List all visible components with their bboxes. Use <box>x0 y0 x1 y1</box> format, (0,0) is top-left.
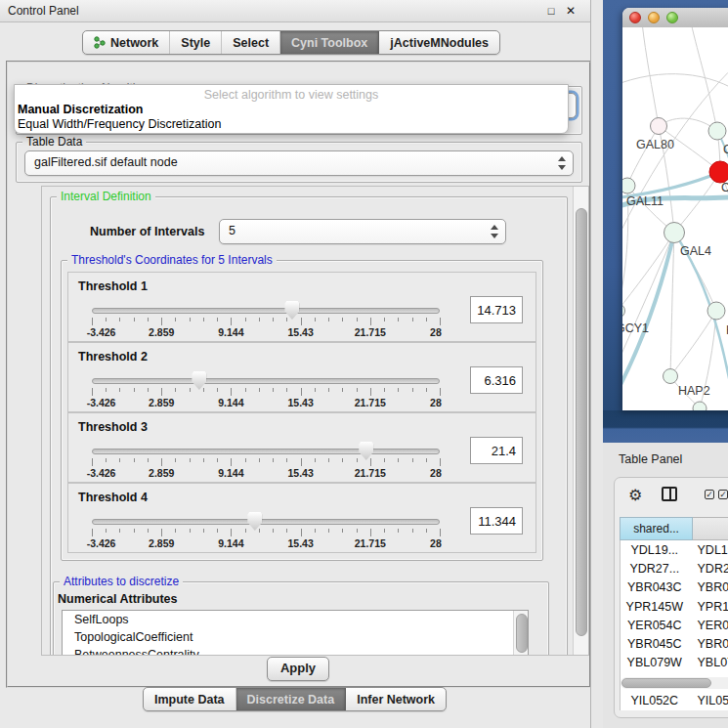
tab-style[interactable]: Style <box>170 31 222 54</box>
threshold-slider[interactable]: -3.4262.8599.14415.4321.71528 <box>92 302 440 335</box>
tick-mark <box>357 388 358 392</box>
attribute-list-item[interactable]: TopologicalCoefficient <box>63 628 528 646</box>
cell-name[interactable]: YBR043 <box>689 580 728 594</box>
apply-button[interactable]: Apply <box>267 657 329 681</box>
table-row[interactable]: YDL19...YDL19 <box>621 540 728 559</box>
attribute-list-item[interactable]: SelfLoops <box>63 611 528 628</box>
tick-mark <box>245 318 246 321</box>
cell-shared-name[interactable]: YDR27... <box>621 562 689 576</box>
table-row[interactable]: YBR043CYBR043 <box>621 578 728 597</box>
tick-mark <box>92 529 93 536</box>
table-row[interactable]: YDR27...YDR27 <box>621 559 728 578</box>
table-scrollbar-thumb[interactable] <box>621 678 711 688</box>
threshold-value-field[interactable]: 6.316 <box>470 366 523 394</box>
network-node-GAL11[interactable] <box>622 178 635 193</box>
network-node-GAL4[interactable] <box>664 223 685 243</box>
settings-scrollbar-thumb[interactable] <box>576 208 587 636</box>
zoom-window-icon[interactable] <box>666 12 678 23</box>
cell-shared-name[interactable]: YIL052C <box>621 694 689 707</box>
minimize-window-icon[interactable] <box>648 12 660 23</box>
table-horizontal-scrollbar[interactable] <box>621 677 728 689</box>
table-row[interactable]: YER054CYER054 <box>621 616 728 634</box>
slider-track[interactable] <box>92 449 440 454</box>
network-node-GAL80[interactable] <box>651 118 667 135</box>
tick-mark <box>426 458 427 462</box>
table-row[interactable]: YBL079WYBL079 <box>621 654 728 672</box>
tick-mark <box>342 458 343 462</box>
table-row[interactable]: YPR145WYPR145 <box>621 597 728 616</box>
network-edge[interactable] <box>622 233 674 311</box>
threshold-slider[interactable]: -3.4262.8599.14415.4321.71528 <box>92 443 440 476</box>
attributes-scrollbar-thumb[interactable] <box>516 614 528 653</box>
network-canvas[interactable]: GAL80GACGAL11GAL4GCY1HHAP2 <box>622 27 728 410</box>
table-data-combo[interactable]: galFiltered.sif default node <box>24 150 574 176</box>
tick-mark <box>357 458 358 462</box>
tab-select[interactable]: Select <box>222 31 280 54</box>
network-edge[interactable] <box>691 27 717 131</box>
cell-shared-name[interactable]: YDL19... <box>621 543 689 557</box>
tick-mark <box>245 529 246 533</box>
slider-ticks <box>92 529 440 536</box>
threshold-slider[interactable]: -3.4262.8599.14415.4321.71528 <box>92 372 440 406</box>
tab-infer-network[interactable]: Infer Network <box>346 688 446 710</box>
threshold-value-field[interactable]: 21.4 <box>470 437 523 464</box>
cell-shared-name[interactable]: YBL079W <box>621 656 689 669</box>
attributes-list-scrollbar[interactable] <box>513 611 528 656</box>
cell-name[interactable]: YDR27 <box>689 562 728 576</box>
number-of-intervals-combo[interactable]: 5 <box>219 219 506 244</box>
network-node-HAP2[interactable] <box>664 369 678 384</box>
network-edge[interactable] <box>622 57 728 248</box>
tick-label: -3.426 <box>87 467 116 479</box>
slider-track[interactable] <box>92 378 440 384</box>
cell-shared-name[interactable]: YBR043C <box>621 580 689 594</box>
cell-name[interactable]: YER054 <box>689 619 728 632</box>
threshold-value-field[interactable]: 11.344 <box>470 507 523 535</box>
tick-mark <box>217 318 218 321</box>
split-columns-icon[interactable] <box>662 487 677 501</box>
table-row[interactable]: YBR045CYBR045 <box>621 634 728 653</box>
threshold-value-field[interactable]: 14.713 <box>470 296 523 323</box>
cell-name[interactable]: YDL19 <box>689 543 728 557</box>
slider-tick-labels: -3.4262.8599.14415.4321.71528 <box>92 537 440 548</box>
cell-name[interactable]: YBL079 <box>689 656 728 669</box>
network-edge[interactable] <box>627 126 659 186</box>
tab-network[interactable]: Network <box>83 31 170 54</box>
cell-shared-name[interactable]: YER054C <box>621 619 689 632</box>
cell-name[interactable]: YIL052 <box>689 694 728 707</box>
column-header-shared[interactable]: shared... <box>620 517 693 540</box>
cell-name[interactable]: YPR145 <box>689 600 728 614</box>
slider-track[interactable] <box>92 519 440 525</box>
cell-shared-name[interactable]: YBR045C <box>621 637 689 651</box>
tick-mark <box>440 318 441 325</box>
tab-cyni-toolbox[interactable]: Cyni Toolbox <box>280 31 379 54</box>
threshold-slider[interactable]: -3.4262.8599.14415.4321.71528 <box>92 513 440 546</box>
network-edge[interactable] <box>622 74 728 96</box>
settings-vertical-scrollbar[interactable] <box>573 187 588 655</box>
network-window-titlebar[interactable] <box>622 8 728 28</box>
attribute-list-item[interactable]: BetweennessCentrality <box>63 646 528 656</box>
column-header-name[interactable]: na <box>693 517 728 540</box>
close-window-icon[interactable] <box>629 12 641 23</box>
checkbox-icon[interactable]: ✓ <box>718 490 728 499</box>
tab-jactivemnodules[interactable]: jActiveMNodules <box>379 31 499 54</box>
slider-track[interactable] <box>92 308 440 314</box>
network-node-GCY1[interactable] <box>622 304 625 319</box>
gear-icon[interactable]: ⚙ <box>628 486 642 504</box>
algorithm-hint-item[interactable]: Select algorithm to view settings <box>15 88 568 102</box>
tick-mark <box>315 458 316 462</box>
close-panel-icon[interactable]: ✕ <box>563 3 578 19</box>
tab-discretize-data[interactable]: Discretize Data <box>236 688 347 710</box>
network-node-red-node[interactable] <box>709 161 728 183</box>
cell-shared-name[interactable]: YPR145W <box>621 600 689 614</box>
table-row[interactable]: YIL052CYIL052 <box>621 691 728 709</box>
algorithm-item-equal-width[interactable]: Equal Width/Frequency Discretization <box>18 117 221 131</box>
checkbox-icon[interactable]: ✓ <box>705 490 714 499</box>
float-window-icon[interactable]: □ <box>543 3 559 19</box>
tab-impute-data[interactable]: Impute Data <box>144 688 236 710</box>
network-node-GA[interactable] <box>708 122 726 140</box>
algorithm-item-manual[interactable]: Manual Discretization <box>18 103 144 116</box>
network-node-node-bottom[interactable] <box>693 402 707 410</box>
tick-mark <box>203 388 204 392</box>
cell-name[interactable]: YBR045 <box>689 637 728 651</box>
network-node-H[interactable] <box>707 302 725 320</box>
